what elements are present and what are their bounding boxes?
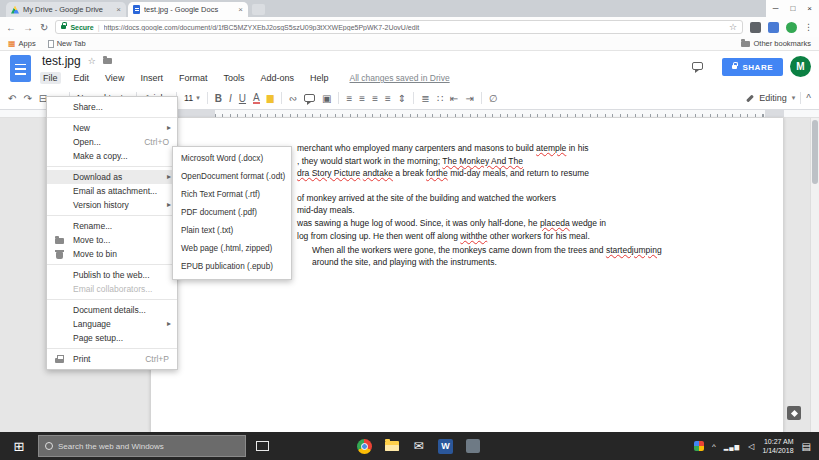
forward-button[interactable]: → [23, 22, 33, 33]
indent-decrease-icon[interactable]: ⇤ [450, 93, 458, 104]
move-folder-icon[interactable] [103, 58, 112, 64]
file-explorer-taskbar-icon[interactable] [378, 432, 405, 460]
avatar[interactable]: M [790, 56, 811, 77]
back-button[interactable]: ← [6, 22, 16, 33]
tab-close-icon[interactable]: × [238, 5, 243, 14]
underline-icon[interactable]: U [239, 93, 246, 104]
menu-item-email-as-attachment[interactable]: Email as attachment... [47, 184, 177, 198]
search-input[interactable] [58, 442, 239, 451]
insert-image-icon[interactable]: ▣ [322, 93, 331, 104]
tab-close-icon[interactable]: × [116, 5, 121, 14]
menu-item-download-as[interactable]: Download as▸ [47, 170, 177, 184]
menu-view[interactable]: View [102, 72, 127, 84]
address-bar[interactable]: Secure | https://docs.google.com/documen… [55, 20, 743, 34]
bookmark-new-tab[interactable]: New Tab [48, 39, 86, 48]
menu-item-new[interactable]: New▸ [47, 121, 177, 135]
save-status[interactable]: All changes saved in Drive [349, 73, 449, 83]
menu-item-odt[interactable]: OpenDocument format (.odt) [173, 168, 291, 186]
extension-icon[interactable] [786, 22, 797, 33]
line-spacing-icon[interactable]: ⇕ [398, 93, 406, 104]
share-button[interactable]: SHARE [722, 58, 783, 76]
menu-item-make-a-copy[interactable]: Make a copy... [47, 149, 177, 163]
tray-app-icon[interactable] [694, 441, 704, 451]
menu-item-txt[interactable]: Plain text (.txt) [173, 222, 291, 240]
docs-app-icon[interactable] [10, 55, 31, 82]
menu-item-docx[interactable]: Microsoft Word (.docx) [173, 150, 291, 168]
maximize-button[interactable]: □ [790, 4, 795, 13]
text-color-icon[interactable]: A [253, 93, 260, 104]
align-center-icon[interactable]: ≡ [359, 93, 365, 104]
document-title[interactable]: test.jpg [42, 54, 81, 68]
new-tab-button[interactable] [252, 4, 265, 15]
comment-icon[interactable] [692, 62, 703, 70]
chrome-taskbar-icon[interactable] [351, 432, 378, 460]
scrollbar-thumb[interactable] [812, 120, 818, 184]
insert-comment-icon[interactable] [304, 94, 315, 102]
tab-my-drive[interactable]: My Drive - Google Drive × [6, 2, 126, 17]
align-right-icon[interactable]: ≡ [372, 93, 378, 104]
numbered-list-icon[interactable]: ≣ [421, 93, 429, 104]
clock[interactable]: 10:27 AM 1/14/2018 [762, 437, 793, 455]
volume-icon[interactable]: ◁ [748, 442, 754, 451]
star-icon[interactable]: ☆ [88, 56, 96, 66]
highlight-icon[interactable]: ▆ [267, 93, 274, 103]
bookmark-star-icon[interactable]: ☆ [729, 22, 737, 32]
align-justify-icon[interactable]: ≡ [385, 93, 391, 104]
bullet-list-icon[interactable]: ∷ [437, 93, 443, 104]
browser-menu-icon[interactable]: ⋮ [804, 22, 813, 32]
menu-edit[interactable]: Edit [71, 72, 93, 84]
app-taskbar-icon[interactable] [459, 432, 486, 460]
menu-tools[interactable]: Tools [220, 72, 247, 84]
clear-formatting-icon[interactable]: ∅ [489, 93, 498, 104]
menu-item-share[interactable]: Share... [47, 100, 177, 114]
action-center-icon[interactable]: ▤ [802, 441, 811, 452]
menu-format[interactable]: Format [176, 72, 211, 84]
mode-dropdown[interactable]: Editing ▾ ^ [746, 92, 811, 104]
font-size-dropdown[interactable]: 11▾ [184, 93, 200, 103]
explore-button[interactable] [787, 406, 801, 420]
scrollbar[interactable] [810, 118, 819, 432]
menu-item-page-setup[interactable]: Page setup... [47, 331, 177, 345]
refresh-button[interactable]: ↻ [40, 22, 48, 33]
other-bookmarks[interactable]: Other bookmarks [741, 39, 811, 48]
redo-icon[interactable]: ↷ [23, 93, 31, 104]
menu-file[interactable]: File [40, 72, 61, 84]
menu-item-html-zipped[interactable]: Web page (.html, zipped) [173, 240, 291, 258]
task-view-icon[interactable] [256, 441, 269, 451]
italic-icon[interactable]: I [229, 93, 232, 104]
tray-expand-icon[interactable]: ^ [712, 442, 716, 451]
close-button[interactable]: × [807, 4, 812, 13]
undo-icon[interactable]: ↶ [8, 93, 16, 104]
menu-item-move-to[interactable]: Move to... [47, 233, 177, 247]
menu-item-version-history[interactable]: Version history▸ [47, 198, 177, 212]
menu-addons[interactable]: Add-ons [257, 72, 297, 84]
bookmark-apps[interactable]: ▦ Apps [8, 39, 36, 48]
minimize-button[interactable]: ─ [773, 4, 779, 13]
menu-item-language[interactable]: Language▸ [47, 317, 177, 331]
menu-item-pdf[interactable]: PDF document (.pdf) [173, 204, 291, 222]
ruler-right-margin[interactable] [765, 110, 784, 117]
indent-increase-icon[interactable]: ⇥ [465, 93, 473, 104]
menu-insert[interactable]: Insert [137, 72, 166, 84]
start-button[interactable]: ⊞ [0, 432, 38, 460]
menu-item-epub[interactable]: EPUB publication (.epub) [173, 258, 291, 276]
word-taskbar-icon[interactable]: W [432, 432, 459, 460]
extension-icon[interactable] [768, 22, 779, 33]
collapse-toolbar-icon[interactable]: ^ [806, 93, 811, 104]
align-left-icon[interactable]: ≡ [346, 93, 352, 104]
insert-link-icon[interactable]: ∾ [289, 93, 297, 104]
menu-item-move-to-bin[interactable]: Move to bin [47, 247, 177, 261]
menu-help[interactable]: Help [307, 72, 332, 84]
menu-item-open[interactable]: Open...Ctrl+O [47, 135, 177, 149]
menu-item-publish-to-the-web[interactable]: Publish to the web... [47, 268, 177, 282]
menu-item-rtf[interactable]: Rich Text Format (.rtf) [173, 186, 291, 204]
bold-icon[interactable]: B [215, 93, 222, 104]
mail-taskbar-icon[interactable]: ✉ [405, 432, 432, 460]
taskbar-search[interactable] [38, 435, 246, 457]
extension-icon[interactable] [750, 22, 761, 33]
network-icon[interactable]: ▂▄▆ [724, 443, 740, 450]
tab-test-jpg[interactable]: test.jpg - Google Docs × [128, 2, 248, 17]
menu-item-print[interactable]: PrintCtrl+P [47, 352, 177, 366]
menu-item-rename[interactable]: Rename... [47, 219, 177, 233]
menu-item-document-details[interactable]: Document details... [47, 303, 177, 317]
